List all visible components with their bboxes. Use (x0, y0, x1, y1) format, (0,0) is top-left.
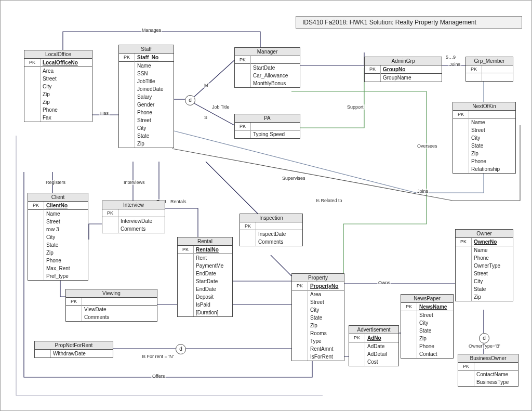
attr: EndDate (194, 285, 233, 293)
attr: PaymentMe (194, 262, 233, 270)
card-5-9: 5…9 (445, 55, 457, 60)
attr: State (44, 241, 88, 249)
attr: Pref_type (44, 272, 88, 280)
title-text: IDS410 Fa2018: HWK1 Solution: Realty Pro… (302, 19, 476, 26)
entity-header: Rental (178, 237, 232, 246)
rel-support: Support (346, 104, 365, 110)
attr: Name (135, 62, 174, 70)
attr: City (135, 124, 174, 132)
entity-localoffice: LocalOffice PKLocalOfficeNo Area Street … (24, 50, 92, 122)
attr: Street (417, 311, 454, 320)
attr: Street (41, 75, 92, 83)
entity-header: AdminGrp (365, 57, 442, 65)
entity-owner: Owner PKOwnerNo Name Phone OwnerType Str… (455, 229, 513, 301)
entity-header: Viewing (66, 289, 157, 298)
attr: JoinedDate (135, 85, 174, 93)
attr: Rooms (308, 329, 344, 337)
attr: WithdrawDate (51, 350, 113, 357)
attr: InspectDate (256, 230, 303, 238)
attr: Phone (417, 342, 454, 350)
attr: Area (308, 290, 344, 299)
pk: RentalNo (194, 246, 233, 254)
entity-interview: Interview PK InterviewDate Comments (102, 201, 165, 233)
rel-ownertype-b: OwnerType='B' (468, 343, 501, 349)
attr: Zip (417, 335, 454, 342)
attr: EndDate (194, 270, 233, 277)
attr: Phone (41, 106, 92, 114)
pk (251, 123, 300, 130)
attr: State (469, 142, 516, 150)
attr: Street (308, 298, 344, 306)
rel-joins2: Joins (448, 62, 461, 67)
attr: Comments (118, 225, 165, 233)
attr: Zip (308, 322, 344, 329)
pk (256, 222, 303, 230)
attr: OwnerType (472, 262, 513, 270)
attr: State (417, 327, 454, 335)
attr: IsPaid (194, 301, 233, 309)
attr: Phone (135, 109, 174, 116)
attr: SSN (135, 70, 174, 77)
attr: Contact (417, 350, 454, 358)
erd-canvas: IDS410 Fa2018: HWK1 Solution: Realty Pro… (0, 0, 532, 411)
pk: LocalOfficeNo (41, 59, 92, 67)
attr: Rent (194, 254, 233, 262)
pk: Staff_No (135, 54, 174, 62)
entity-newspaper: NewsPaper PKNewsName Street City State Z… (401, 294, 454, 359)
pk: OwnerNo (472, 238, 513, 246)
attr: JobTitle (135, 77, 174, 85)
pk: AdNo (365, 334, 399, 342)
entity-header: Inspection (240, 214, 302, 222)
attr: Fax (41, 114, 92, 122)
rel-joins: Joins (416, 189, 429, 194)
attr: MonthlyBonus (251, 79, 300, 87)
attr: Type (308, 337, 344, 345)
entity-inspection: Inspection PK InspectDate Comments (240, 214, 303, 246)
entity-nextofkin: NextOfKin PK Name Street City State Zip … (453, 102, 516, 174)
attr: Street (135, 116, 174, 124)
attr: Gender (135, 101, 174, 109)
attr: City (44, 233, 88, 241)
entity-header: PropNotForRent (35, 341, 113, 350)
rel-offers: Offers (151, 374, 166, 379)
attr: State (308, 314, 344, 322)
pk: ClientNo (44, 202, 88, 210)
attr: City (472, 277, 513, 285)
diagram-title: IDS410 Fa2018: HWK1 Solution: Realty Pro… (296, 16, 522, 29)
pk: PropertyNo (308, 282, 344, 290)
rel-manages: Manages (141, 28, 162, 33)
attr: Street (44, 218, 88, 226)
disjoint-staff: d (185, 95, 195, 105)
attr: City (308, 306, 344, 314)
entity-header: BusinessOwner (458, 354, 518, 363)
rel-has: Has (99, 111, 110, 116)
attr: Zip (469, 150, 516, 157)
entity-pa: PA PK Typing Speed (234, 114, 300, 139)
rel-jobtitle: Job Title (211, 104, 231, 110)
rel-interviews: Interviews (123, 180, 146, 185)
rel-supervises: Supervises (281, 176, 307, 181)
entity-header: Client (28, 193, 88, 202)
attr: Zip (135, 140, 174, 148)
entity-header: NewsPaper (401, 295, 453, 303)
entity-header: Grp_Member (466, 57, 513, 65)
entity-header: Manager (235, 48, 300, 56)
rel-m: M (203, 83, 209, 88)
attr: Phone (469, 157, 516, 165)
attr: RentAmnt (308, 345, 344, 353)
pk (482, 65, 513, 73)
attr: Deposit (194, 293, 233, 301)
attr: [Duration] (194, 309, 233, 316)
attr: Phone (44, 257, 88, 264)
entity-header: Advertisement (349, 326, 398, 334)
attr: ContactName (474, 370, 518, 379)
attr: Zip (44, 249, 88, 257)
entity-property: Property PKPropertyNo Area Street City S… (291, 273, 344, 361)
entity-viewing: Viewing PK ViewDate Comments (65, 289, 157, 322)
pk (82, 298, 157, 306)
attr: BusinessType (474, 378, 518, 386)
rel-rentals: Rentals (169, 199, 188, 204)
entity-header: Property (292, 274, 344, 282)
attr: Cost (365, 358, 399, 366)
attr: State (472, 285, 513, 293)
